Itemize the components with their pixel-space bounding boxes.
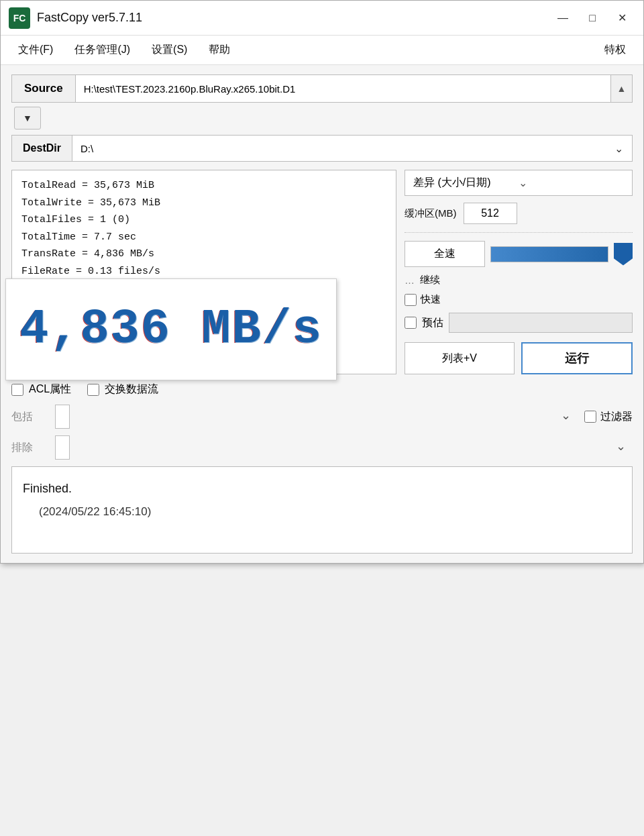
destdir-row: DestDir ⌄	[11, 135, 633, 162]
speed-overlay: 4,836 MB/s	[5, 278, 337, 380]
exclude-label: 排除	[11, 441, 48, 455]
mode-label: 差异 (大小/日期)	[413, 176, 519, 190]
stat-line-5: TransRate = 4,836 MB/s	[21, 246, 386, 263]
window-controls: — □ ✕	[549, 7, 635, 29]
source-dropdown-button[interactable]: ▼	[14, 107, 41, 129]
acl-row: ACL属性 交换数据流	[11, 382, 633, 397]
destdir-label: DestDir	[12, 136, 72, 161]
menu-file[interactable]: 文件(F)	[9, 39, 62, 61]
source-row: Source ▲	[11, 74, 633, 103]
divider	[405, 232, 633, 233]
mode-dropdown[interactable]: 差异 (大小/日期) ⌄	[405, 170, 633, 196]
log-line-2: (2024/05/22 16:45:10)	[23, 502, 621, 523]
stat-line-4: TotalTime = 7.7 sec	[21, 229, 386, 246]
window-title: FastCopy ver5.7.11	[37, 11, 549, 25]
list-button[interactable]: 列表+V	[405, 342, 515, 374]
filter-checkbox[interactable]	[584, 411, 596, 423]
title-bar: FC FastCopy ver5.7.11 — □ ✕	[1, 1, 643, 36]
include-label: 包括	[11, 410, 48, 424]
stat-line-6: FileRate = 0.13 files/s	[21, 263, 386, 280]
exclude-filter-row: 排除	[11, 435, 633, 460]
source-label: Source	[12, 75, 76, 102]
acl-label: ACL属性	[29, 382, 71, 397]
content-area: Source ▲ ▼ DestDir ⌄ TotalRead = 35,673 …	[1, 65, 643, 563]
menu-task[interactable]: 任务管理(J)	[65, 39, 140, 61]
run-button[interactable]: 运行	[521, 342, 633, 374]
main-area: TotalRead = 35,673 MiB TotalWrite = 35,6…	[11, 170, 633, 374]
speed-value: 4,836 MB/s	[19, 289, 323, 370]
speed-bar[interactable]	[490, 246, 608, 262]
log-area: Finished. (2024/05/22 16:45:10)	[11, 466, 633, 554]
app-icon: FC	[9, 7, 30, 29]
stream-label: 交换数据流	[105, 382, 158, 397]
estimate-input-bar	[449, 313, 633, 333]
destdir-input[interactable]	[72, 136, 605, 161]
stream-item: 交换数据流	[87, 382, 158, 397]
log-line-1: Finished.	[23, 478, 621, 499]
source-scroll-up[interactable]: ▲	[610, 75, 632, 102]
stats-panel: TotalRead = 35,673 MiB TotalWrite = 35,6…	[11, 170, 396, 374]
speed-bar-fill	[491, 247, 608, 262]
continue-label: 继续	[420, 274, 440, 286]
buffer-row: 缓冲区(MB)	[405, 203, 633, 224]
maximize-button[interactable]: □	[579, 7, 606, 29]
exclude-select[interactable]	[55, 435, 70, 460]
buffer-input[interactable]	[464, 203, 517, 224]
kaisu-row: 快速	[405, 293, 633, 306]
menu-bar: 文件(F) 任务管理(J) 设置(S) 帮助 特权	[1, 36, 643, 65]
stat-line-2: TotalWrite = 35,673 MiB	[21, 195, 386, 212]
filter-checkbox-row: 过滤器	[584, 410, 633, 424]
menu-special: 特权	[595, 39, 635, 61]
action-buttons-row: 列表+V 运行	[405, 342, 633, 374]
buffer-label: 缓冲区(MB)	[405, 207, 457, 220]
stat-line-3: TotalFiles = 1 (0)	[21, 211, 386, 229]
minimize-button[interactable]: —	[549, 7, 576, 29]
stream-checkbox[interactable]	[87, 384, 99, 396]
include-filter-row: 包括 过滤器	[11, 405, 633, 429]
kaisu-label: 快速	[421, 293, 441, 306]
mode-chevron-icon: ⌄	[519, 176, 624, 189]
acl-checkbox[interactable]	[11, 384, 23, 396]
estimate-label: 预估	[422, 316, 443, 330]
continue-row: … 继续	[405, 274, 633, 286]
exclude-select-wrap	[55, 435, 633, 460]
right-panel: 差异 (大小/日期) ⌄ 缓冲区(MB) 全速	[405, 170, 633, 374]
filter-label: 过滤器	[600, 410, 633, 424]
menu-help[interactable]: 帮助	[199, 39, 239, 61]
close-button[interactable]: ✕	[608, 7, 635, 29]
include-select-wrap	[55, 405, 578, 429]
partial-text: …	[405, 274, 415, 286]
speed-bar-row: 全速	[405, 241, 633, 267]
include-select[interactable]	[55, 405, 70, 429]
estimate-checkbox[interactable]	[405, 317, 417, 329]
kaisu-checkbox[interactable]	[405, 294, 417, 306]
main-window: FC FastCopy ver5.7.11 — □ ✕ 文件(F) 任务管理(J…	[0, 0, 644, 564]
destdir-chevron[interactable]: ⌄	[605, 142, 632, 155]
stat-line-1: TotalRead = 35,673 MiB	[21, 177, 386, 195]
source-input[interactable]	[76, 75, 610, 102]
source-dropdown-row: ▼	[11, 107, 633, 129]
menu-settings[interactable]: 设置(S)	[142, 39, 197, 61]
acl-item: ACL属性	[11, 382, 71, 397]
estimate-row: 预估	[405, 313, 633, 333]
speed-indicator-icon	[614, 243, 633, 266]
fullspeed-button[interactable]: 全速	[405, 241, 485, 267]
